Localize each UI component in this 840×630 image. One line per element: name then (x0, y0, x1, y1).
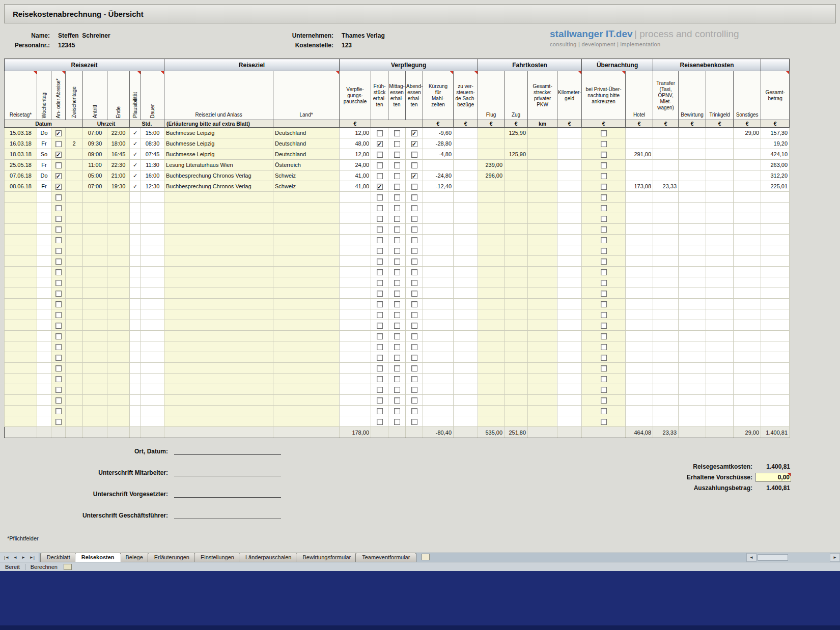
cell-reisetag[interactable] (5, 277, 37, 288)
cell-flug[interactable] (478, 128, 505, 138)
cell-antritt[interactable]: 11:00 (83, 160, 107, 170)
cell-kuerzung[interactable] (423, 267, 454, 277)
checkbox-mittagessen[interactable] (394, 397, 400, 404)
total-hotel[interactable]: 464,08 (626, 427, 653, 438)
cell-bewirtung[interactable] (679, 149, 706, 160)
cell-privatuebernachtung[interactable] (582, 160, 626, 170)
cell-sachbezuege[interactable] (454, 235, 478, 245)
checkbox-abendessen[interactable] (411, 387, 417, 393)
cell-reiseziel[interactable] (164, 224, 273, 235)
checkbox-privatuebernachtung[interactable] (601, 323, 607, 329)
cell-transfer[interactable] (653, 245, 679, 256)
cell-privatuebernachtung[interactable] (582, 213, 626, 224)
cell-pkw[interactable] (528, 374, 557, 384)
cell-land[interactable] (273, 384, 340, 395)
cell-zwischentage[interactable] (66, 406, 83, 416)
cell-gesamtbetrag[interactable] (761, 203, 790, 213)
cell-antritt[interactable] (83, 363, 107, 374)
cell-wochentag[interactable] (37, 406, 51, 416)
cell-gesamtbetrag[interactable]: 424,10 (761, 149, 790, 160)
cell-hotel[interactable] (626, 416, 653, 427)
cell-antritt[interactable] (83, 288, 107, 299)
cell-zwischentage[interactable]: 2 (66, 138, 83, 149)
cell-kilometergeld[interactable] (557, 235, 582, 245)
checkbox-fruehstueck[interactable] (377, 259, 383, 265)
cell-bewirtung[interactable] (679, 235, 706, 245)
cell-land[interactable] (273, 352, 340, 363)
cell-kuerzung[interactable]: -24,80 (423, 170, 454, 181)
cell-mittagessen[interactable] (388, 170, 406, 181)
cell-flug[interactable] (478, 288, 505, 299)
cell-reiseziel[interactable] (164, 309, 273, 320)
cell-zwischentage[interactable] (66, 331, 83, 341)
cell-pkw[interactable] (528, 213, 557, 224)
cell-bewirtung[interactable] (679, 213, 706, 224)
cell-mittagessen[interactable] (388, 277, 406, 288)
cell-antritt[interactable] (83, 406, 107, 416)
cell-kilometergeld[interactable] (557, 341, 582, 352)
cell-bewirtung[interactable] (679, 309, 706, 320)
cell-dauer[interactable]: 15:00 (141, 128, 164, 138)
checkbox-abendessen[interactable] (411, 280, 417, 286)
cell-privatuebernachtung[interactable] (582, 363, 626, 374)
cell-kuerzung[interactable] (423, 309, 454, 320)
cell-reisetag[interactable]: 08.06.18 (5, 181, 37, 192)
cell-plausibilitaet[interactable] (130, 267, 141, 277)
checkbox-fruehstueck[interactable] (377, 194, 383, 201)
cell-abendessen[interactable] (406, 149, 423, 160)
summary-value-erhaltene-vorsch-sse[interactable]: 0,00 (755, 473, 791, 482)
cell-trinkgeld[interactable] (706, 224, 734, 235)
cell-antritt[interactable]: 05:00 (83, 170, 107, 181)
cell-ende[interactable] (107, 363, 130, 374)
cell-sachbezuege[interactable] (454, 288, 478, 299)
cell-reisetag[interactable] (5, 245, 37, 256)
cell-trinkgeld[interactable] (706, 245, 734, 256)
cell-plausibilitaet[interactable] (130, 309, 141, 320)
cell-land[interactable] (273, 331, 340, 341)
cell-fruehstueck[interactable] (371, 384, 388, 395)
cell-kilometergeld[interactable] (557, 416, 582, 427)
cell-privatuebernachtung[interactable] (582, 203, 626, 213)
checkbox-mittagessen[interactable] (394, 323, 400, 329)
scroll-left-icon[interactable]: ◄ (746, 553, 757, 562)
cell-land[interactable] (273, 224, 340, 235)
cell-ende[interactable] (107, 224, 130, 235)
cell-anabreise[interactable] (51, 224, 66, 235)
tab-nav-next-icon[interactable]: ► (19, 555, 27, 560)
cell-plausibilitaet[interactable] (130, 320, 141, 331)
checkbox-anabreise[interactable] (55, 291, 62, 297)
cell-reiseziel[interactable]: Buchmesse Leipzig (164, 149, 273, 160)
cell-dauer[interactable]: 07:45 (141, 149, 164, 160)
total-sonstiges[interactable]: 29,00 (734, 427, 761, 438)
cell-land[interactable] (273, 320, 340, 331)
cell-trinkgeld[interactable] (706, 170, 734, 181)
checkbox-privatuebernachtung[interactable] (601, 387, 607, 393)
cell-flug[interactable]: 239,00 (478, 160, 505, 170)
cell-wochentag[interactable] (37, 395, 51, 406)
cell-reisetag[interactable] (5, 267, 37, 277)
cell-kuerzung[interactable]: -9,60 (423, 128, 454, 138)
cell-anabreise[interactable] (51, 256, 66, 267)
cell-ende[interactable] (107, 277, 130, 288)
cell-bewirtung[interactable] (679, 192, 706, 203)
cell-privatuebernachtung[interactable] (582, 384, 626, 395)
cell-zug[interactable] (505, 256, 528, 267)
cell-mittagessen[interactable] (388, 160, 406, 170)
cell-fruehstueck[interactable] (371, 170, 388, 181)
cell-antritt[interactable] (83, 352, 107, 363)
cell-ende[interactable] (107, 395, 130, 406)
cell-bewirtung[interactable] (679, 406, 706, 416)
cell-plausibilitaet[interactable]: ✓ (130, 138, 141, 149)
checkbox-abendessen[interactable] (411, 205, 417, 211)
total-bewirtung[interactable] (679, 427, 706, 438)
cell-mittagessen[interactable] (388, 374, 406, 384)
cell-kuerzung[interactable] (423, 384, 454, 395)
cell-zug[interactable] (505, 245, 528, 256)
cell-pkw[interactable] (528, 288, 557, 299)
checkbox-mittagessen[interactable] (394, 184, 400, 190)
cell-hotel[interactable] (626, 224, 653, 235)
cell-pkw[interactable] (528, 341, 557, 352)
cell-fruehstueck[interactable] (371, 181, 388, 192)
cell-abendessen[interactable] (406, 416, 423, 427)
cell-flug[interactable] (478, 181, 505, 192)
